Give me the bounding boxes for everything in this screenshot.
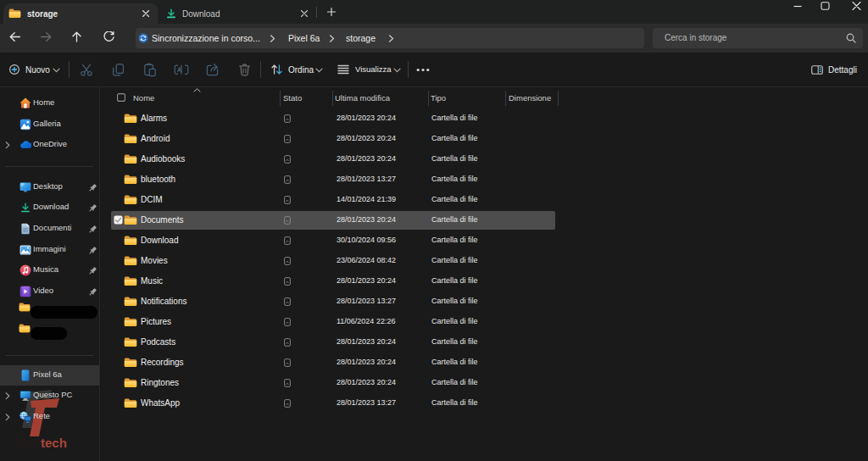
svg-text:Tutto: Tutto	[15, 436, 44, 450]
svg-text:tech: tech	[41, 436, 67, 450]
